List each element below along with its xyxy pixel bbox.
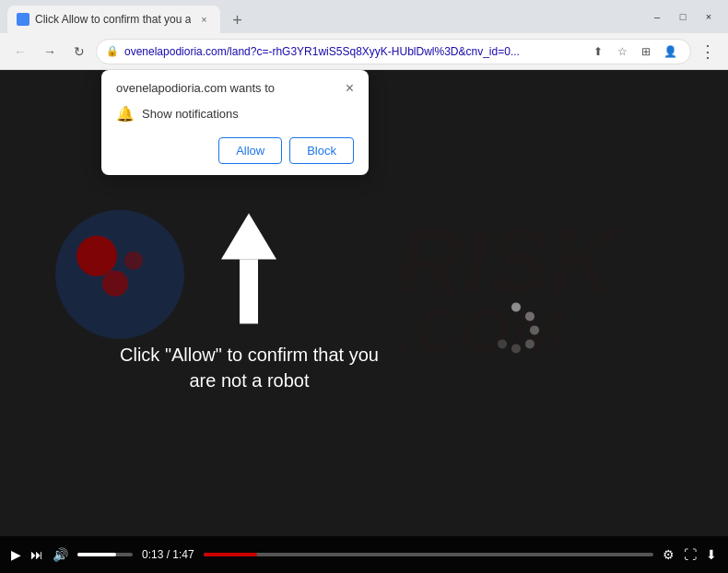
popup-content-row: 🔔 Show notifications xyxy=(116,105,354,123)
arrow-shaft xyxy=(240,259,258,323)
new-tab-button[interactable]: + xyxy=(224,7,250,33)
time-display: 0:13 / 1:47 xyxy=(142,548,194,561)
notification-popup: ovenelapodioria.com wants to × 🔔 Show no… xyxy=(101,70,369,175)
popup-title: ovenelapodioria.com wants to xyxy=(116,81,275,95)
play-button[interactable]: ▶ xyxy=(11,547,21,562)
next-button[interactable]: ⏭ xyxy=(30,547,43,562)
block-button[interactable]: Block xyxy=(289,137,354,164)
fullscreen-icon: ⛶ xyxy=(684,547,697,562)
share-button[interactable]: ⬆ xyxy=(587,41,609,63)
reload-button[interactable]: ↻ xyxy=(66,39,92,64)
fullscreen-button[interactable]: ⛶ xyxy=(684,547,697,562)
active-tab[interactable]: Click Allow to confirm that you a × xyxy=(7,6,220,33)
reload-icon: ↻ xyxy=(74,44,85,59)
url-text: ovenelapodioria.com/land?c=-rhG3YR1wiS5S… xyxy=(124,45,581,58)
browser-window: Click Allow to confirm that you a × + – … xyxy=(0,0,728,573)
content-area: Click "Allow" to confirm that you are no… xyxy=(0,70,728,573)
video-background: Click "Allow" to confirm that you are no… xyxy=(0,70,728,573)
tab-title: Click Allow to confirm that you a xyxy=(35,13,191,26)
back-button[interactable]: ← xyxy=(7,39,33,64)
volume-fill xyxy=(77,553,116,556)
extensions-button[interactable]: ⊞ xyxy=(635,41,657,63)
svg-text:.COM: .COM xyxy=(396,295,566,357)
forward-icon: → xyxy=(43,44,56,59)
profile-icon: 👤 xyxy=(663,45,677,58)
next-icon: ⏭ xyxy=(30,547,43,562)
extensions-icon: ⊞ xyxy=(641,45,651,58)
volume-icon: 🔊 xyxy=(53,547,68,562)
maximize-button[interactable]: □ xyxy=(671,7,695,26)
address-actions: ⬆ ☆ ⊞ 👤 xyxy=(587,41,681,63)
minimize-button[interactable]: – xyxy=(645,7,669,26)
popup-header: ovenelapodioria.com wants to × xyxy=(116,81,354,96)
profile-button[interactable]: 👤 xyxy=(659,41,681,63)
volume-button[interactable]: 🔊 xyxy=(53,547,68,562)
volume-slider[interactable] xyxy=(77,553,133,556)
watermark-text: RISK .COM xyxy=(396,210,691,369)
close-button[interactable]: × xyxy=(697,7,721,26)
bookmark-button[interactable]: ☆ xyxy=(611,41,633,63)
bookmark-icon: ☆ xyxy=(617,45,628,58)
settings-icon: ⚙ xyxy=(663,547,675,562)
tab-favicon xyxy=(17,13,29,26)
center-content: Click "Allow" to confirm that you are no… xyxy=(120,213,379,393)
menu-icon: ⋮ xyxy=(699,41,716,62)
title-bar: Click Allow to confirm that you a × + – … xyxy=(0,0,728,33)
settings-button[interactable]: ⚙ xyxy=(663,547,675,562)
up-arrow xyxy=(221,213,276,323)
navigation-bar: ← → ↻ 🔒 ovenelapodioria.com/land?c=-rhG3… xyxy=(0,33,728,70)
arrow-head xyxy=(221,213,276,259)
window-controls: – □ × xyxy=(645,7,721,26)
back-icon: ← xyxy=(14,44,27,59)
download-icon: ⬇ xyxy=(706,547,717,562)
progress-fill xyxy=(204,553,258,556)
play-icon: ▶ xyxy=(11,547,21,562)
browser-menu-button[interactable]: ⋮ xyxy=(695,39,721,64)
tab-bar: Click Allow to confirm that you a × + xyxy=(7,0,640,33)
tab-close-button[interactable]: × xyxy=(196,12,211,27)
popup-actions: Allow Block xyxy=(116,137,354,164)
svg-point-1 xyxy=(76,236,117,276)
progress-bar[interactable] xyxy=(204,553,653,556)
video-controls: ▶ ⏭ 🔊 0:13 / 1:47 ⚙ ⛶ xyxy=(0,536,728,573)
bell-icon: 🔔 xyxy=(116,105,135,123)
lock-icon: 🔒 xyxy=(106,45,119,57)
forward-button[interactable]: → xyxy=(37,39,63,64)
instruction-text: Click "Allow" to confirm that you are no… xyxy=(120,342,379,393)
popup-description: Show notifications xyxy=(142,107,239,121)
popup-close-button[interactable]: × xyxy=(346,81,354,96)
address-bar[interactable]: 🔒 ovenelapodioria.com/land?c=-rhG3YR1wiS… xyxy=(96,39,691,64)
share-icon: ⬆ xyxy=(593,45,603,58)
allow-button[interactable]: Allow xyxy=(218,137,282,164)
watermark: RISK .COM xyxy=(396,210,691,369)
download-button[interactable]: ⬇ xyxy=(706,547,717,562)
